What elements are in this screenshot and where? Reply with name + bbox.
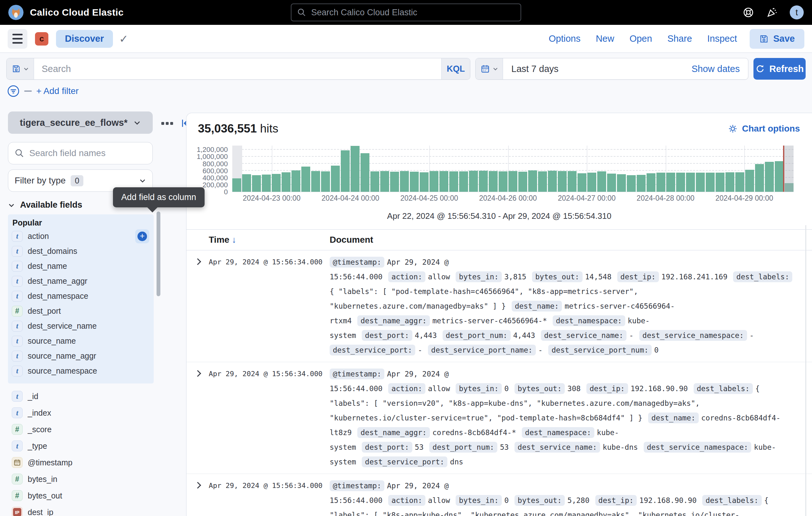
space-badge[interactable]: c [35, 32, 48, 46]
saved-query-menu-button[interactable] [7, 58, 34, 79]
histogram-bar[interactable] [548, 171, 557, 192]
histogram-bar[interactable] [518, 172, 527, 192]
nav-link-share[interactable]: Share [667, 33, 692, 44]
histogram-bar[interactable] [489, 171, 498, 192]
date-quick-menu-button[interactable] [476, 58, 503, 79]
time-column-header[interactable]: Time↓ [209, 235, 330, 245]
field-item-_id[interactable]: t_id [8, 388, 154, 405]
histogram-bar[interactable] [666, 173, 675, 192]
histogram-bar[interactable] [252, 175, 261, 192]
expand-row-button[interactable] [186, 479, 209, 488]
histogram-bar[interactable] [291, 170, 300, 192]
nav-link-inspect[interactable]: Inspect [707, 33, 737, 44]
histogram-bar[interactable] [341, 150, 350, 192]
add-filter-button[interactable]: + Add filter [36, 86, 79, 96]
histogram-bar[interactable] [242, 174, 251, 192]
user-avatar[interactable]: t [790, 5, 804, 20]
menu-hamburger-button[interactable] [8, 29, 27, 49]
field-item-dest_ip[interactable]: IPdest_ip [8, 504, 154, 516]
histogram-bar[interactable] [262, 174, 271, 192]
refresh-button[interactable]: Refresh [753, 58, 806, 80]
histogram-bar[interactable] [420, 172, 429, 192]
field-settings-icon[interactable] [161, 122, 173, 125]
field-item-dest_service_name[interactable]: tdest_service_name [8, 319, 154, 333]
filter-icon[interactable] [7, 85, 20, 98]
histogram-bar[interactable] [755, 164, 764, 192]
histogram-bar[interactable] [390, 172, 399, 192]
histogram-bar[interactable] [311, 171, 320, 192]
histogram-bar[interactable] [657, 173, 665, 192]
field-item-dest_domains[interactable]: tdest_domains [8, 244, 154, 259]
histogram-bar[interactable] [558, 171, 567, 192]
index-pattern-selector[interactable]: tigera_secure_ee_flows* [8, 111, 153, 134]
nav-link-options[interactable]: Options [549, 33, 580, 44]
histogram-bar[interactable] [321, 171, 330, 192]
histogram-bar[interactable] [686, 173, 695, 192]
histogram-bar[interactable] [587, 173, 596, 192]
query-input[interactable]: Search [34, 58, 441, 79]
field-item-action[interactable]: taction+ [8, 229, 154, 244]
histogram-bar[interactable] [439, 171, 448, 192]
field-item-_index[interactable]: t_index [8, 405, 154, 421]
kql-language-button[interactable]: KQL [441, 58, 470, 79]
field-item-@timestamp[interactable]: @timestamp [8, 454, 154, 471]
show-dates-button[interactable]: Show dates [691, 64, 740, 74]
field-item-dest_name[interactable]: tdest_name [8, 259, 154, 274]
chart-plot-area[interactable] [232, 145, 793, 192]
histogram-bar[interactable] [627, 175, 636, 192]
histogram-bar[interactable] [282, 172, 290, 192]
field-item-source_namespace[interactable]: tsource_namespace [8, 363, 154, 378]
histogram-bar[interactable] [479, 171, 488, 192]
histogram-bar[interactable] [360, 153, 369, 192]
field-item-bytes_out[interactable]: #bytes_out [8, 487, 154, 504]
histogram-bar[interactable] [400, 171, 409, 192]
histogram-bar[interactable] [380, 171, 389, 192]
histogram-bar[interactable] [607, 173, 616, 192]
histogram-bar[interactable] [568, 171, 577, 192]
histogram-bar[interactable] [725, 172, 734, 192]
histogram-bar[interactable] [370, 171, 379, 192]
time-range-value[interactable]: Last 7 days [511, 64, 558, 74]
histogram-bar[interactable] [410, 172, 419, 192]
table-scrollbar[interactable] [805, 225, 806, 516]
field-item-_type[interactable]: t_type [8, 438, 154, 454]
histogram-bar[interactable] [499, 171, 508, 192]
histogram-bar[interactable] [449, 171, 458, 192]
breadcrumb[interactable]: Discover [56, 30, 113, 48]
chart-options-button[interactable]: Chart options [728, 124, 800, 134]
field-item-bytes_in[interactable]: #bytes_in [8, 471, 154, 487]
global-search-input[interactable]: Search Calico Cloud Elastic [291, 3, 521, 21]
field-item-dest_port[interactable]: #dest_port [8, 303, 154, 319]
histogram-bar[interactable] [578, 173, 586, 192]
histogram-bar[interactable] [301, 167, 310, 192]
field-item-source_name_aggr[interactable]: tsource_name_aggr [8, 349, 154, 363]
histogram-bar[interactable] [646, 173, 656, 192]
histogram-bar[interactable] [272, 174, 281, 192]
histogram-bar[interactable] [528, 170, 537, 192]
expand-row-button[interactable] [186, 366, 209, 376]
save-button[interactable]: Save [750, 29, 804, 49]
histogram-bar[interactable] [617, 174, 626, 192]
histogram-bar[interactable] [430, 171, 438, 192]
histogram-bar[interactable] [716, 173, 725, 192]
add-field-as-column-button[interactable]: + [135, 229, 149, 243]
histogram-bar[interactable] [735, 172, 744, 192]
histogram-bar[interactable] [637, 175, 646, 192]
histogram-bar[interactable] [469, 171, 478, 192]
histogram-bar[interactable] [775, 161, 784, 192]
sort-desc-icon[interactable]: ↓ [232, 235, 236, 245]
histogram-bar[interactable] [676, 173, 685, 192]
histogram-bar[interactable] [706, 173, 715, 192]
help-icon[interactable] [743, 7, 754, 18]
field-item-dest_namespace[interactable]: tdest_namespace [8, 289, 154, 303]
histogram-bar[interactable] [745, 170, 754, 192]
histogram-bar[interactable] [331, 166, 340, 192]
field-item-dest_name_aggr[interactable]: tdest_name_aggr [8, 274, 154, 289]
histogram-bar[interactable] [765, 162, 774, 192]
field-search-input[interactable]: Search field names [8, 142, 153, 164]
news-party-popper-icon[interactable] [766, 7, 778, 18]
nav-link-new[interactable]: New [596, 33, 614, 44]
histogram-bar[interactable] [232, 179, 241, 192]
histogram-bar[interactable] [509, 171, 517, 192]
histogram-bar[interactable] [351, 146, 359, 192]
